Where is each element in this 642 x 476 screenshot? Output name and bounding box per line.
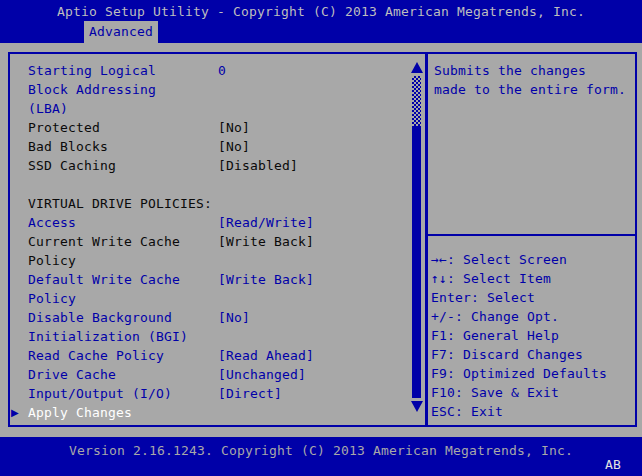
setting-label: SSD Caching xyxy=(28,156,116,175)
setting-value: [No] xyxy=(218,118,250,137)
scroll-down-icon[interactable] xyxy=(411,401,423,412)
setting-row-bad-blocks[interactable]: Bad Blocks [No] xyxy=(10,137,410,156)
shortcut-esc-exit: ESC: Exit xyxy=(431,402,607,421)
scrollbar-thumb[interactable] xyxy=(412,126,421,398)
footer-bar: Version 2.16.1243. Copyright (C) 2013 Am… xyxy=(0,437,642,476)
setting-value: [Disabled] xyxy=(218,156,298,175)
setting-label: Default Write Cache xyxy=(28,270,180,289)
spacer-row xyxy=(10,175,410,194)
panel-divider xyxy=(425,52,428,427)
setting-value: [No] xyxy=(218,308,250,327)
setting-row-continuation: Policy xyxy=(10,289,410,308)
setting-row-starting-lba[interactable]: Starting Logical 0 xyxy=(10,61,410,80)
setting-row-access[interactable]: Access [Read/Write] xyxy=(10,213,410,232)
setting-row-apply-changes-selected[interactable]: ▶ Apply Changes xyxy=(10,403,410,422)
shortcut-change-opt: +/-: Change Opt. xyxy=(431,307,607,326)
footer-badge: AB xyxy=(605,456,621,474)
shortcut-f9-optimized-defaults: F9: Optimized Defaults xyxy=(431,364,607,383)
setting-row-current-write-cache[interactable]: Current Write Cache [Write Back] xyxy=(10,232,410,251)
shortcut-enter-select: Enter: Select xyxy=(431,288,607,307)
setting-value: [No] xyxy=(218,137,250,156)
setting-row-disable-bgi[interactable]: Disable Background [No] xyxy=(10,308,410,327)
bios-setup-screen: Aptio Setup Utility - Copyright (C) 2013… xyxy=(0,0,642,476)
shortcut-f1-general-help: F1: General Help xyxy=(431,326,607,345)
setting-label: Policy xyxy=(28,289,76,308)
setting-value: [Write Back] xyxy=(218,270,314,289)
version-text: Version 2.16.1243. Copyright (C) 2013 Am… xyxy=(0,442,642,460)
section-heading-virtual-drive-policies: VIRTUAL DRIVE POLICIES: xyxy=(10,194,410,213)
header-bar: Aptio Setup Utility - Copyright (C) 2013… xyxy=(0,0,642,43)
setting-value: 0 xyxy=(218,61,226,80)
setting-label: Disable Background xyxy=(28,308,172,327)
settings-list: Starting Logical 0 Block Addressing (LBA… xyxy=(10,61,410,422)
help-divider xyxy=(428,234,635,236)
setting-row-protected[interactable]: Protected [No] xyxy=(10,118,410,137)
key-legend: →←: Select Screen ↑↓: Select Item Enter:… xyxy=(431,250,607,421)
setting-row-input-output[interactable]: Input/Output (I/O) [Direct] xyxy=(10,384,410,403)
setting-row-default-write-cache[interactable]: Default Write Cache [Write Back] xyxy=(10,270,410,289)
setting-label: Access xyxy=(28,213,76,232)
submenu-arrow-icon: ▶ xyxy=(11,404,23,421)
tab-advanced[interactable]: Advanced xyxy=(84,21,158,43)
scrollbar-track[interactable] xyxy=(412,76,421,126)
setting-row-drive-cache[interactable]: Drive Cache [Unchanged] xyxy=(10,365,410,384)
help-description: Submits the changes made to the entire f… xyxy=(434,61,626,99)
help-line: Submits the changes xyxy=(434,61,626,80)
setting-row-continuation: (LBA) xyxy=(10,99,410,118)
shortcut-f10-save-exit: F10: Save & Exit xyxy=(431,383,607,402)
setting-row-ssd-caching[interactable]: SSD Caching [Disabled] xyxy=(10,156,410,175)
setting-row-continuation: Initialization (BGI) xyxy=(10,327,410,346)
shortcut-select-screen: →←: Select Screen xyxy=(431,250,607,269)
shortcut-select-item: ↑↓: Select Item xyxy=(431,269,607,288)
setting-label: Current Write Cache xyxy=(28,232,180,251)
setting-label: (LBA) xyxy=(28,99,68,118)
setting-label: Bad Blocks xyxy=(28,137,108,156)
setting-label: Read Cache Policy xyxy=(28,346,164,365)
setting-label: Input/Output (I/O) xyxy=(28,384,172,403)
setting-label: Initialization (BGI) xyxy=(28,327,188,346)
section-heading-label: VIRTUAL DRIVE POLICIES: xyxy=(28,194,212,213)
setting-label: Drive Cache xyxy=(28,365,116,384)
setting-label: Block Addressing xyxy=(28,80,156,99)
scroll-up-icon[interactable] xyxy=(411,62,423,73)
setting-value: [Direct] xyxy=(218,384,282,403)
help-line: made to the entire form. xyxy=(434,80,626,99)
setting-row-continuation: Policy xyxy=(10,251,410,270)
setting-value: [Read/Write] xyxy=(218,213,314,232)
setting-label: Starting Logical xyxy=(28,61,156,80)
shortcut-f7-discard-changes: F7: Discard Changes xyxy=(431,345,607,364)
setting-label: Protected xyxy=(28,118,100,137)
setting-value: [Unchanged] xyxy=(218,365,306,384)
app-title: Aptio Setup Utility - Copyright (C) 2013… xyxy=(0,3,642,21)
setting-row-read-cache-policy[interactable]: Read Cache Policy [Read Ahead] xyxy=(10,346,410,365)
setting-label: Policy xyxy=(28,251,76,270)
setting-value: [Write Back] xyxy=(218,232,314,251)
setting-row-continuation: Block Addressing xyxy=(10,80,410,99)
setting-label: Apply Changes xyxy=(28,403,132,422)
setting-value: [Read Ahead] xyxy=(218,346,314,365)
